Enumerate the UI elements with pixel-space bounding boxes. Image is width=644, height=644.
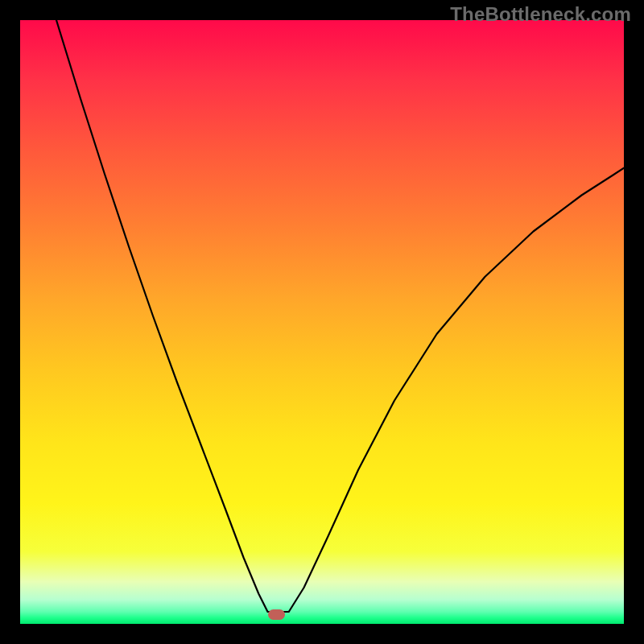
curve-path xyxy=(56,20,624,612)
bottleneck-curve xyxy=(20,20,624,624)
minimum-marker-icon xyxy=(268,609,285,620)
chart-frame: TheBottleneck.com xyxy=(0,0,644,644)
plot-area xyxy=(20,20,624,624)
watermark-label: TheBottleneck.com xyxy=(450,3,631,26)
